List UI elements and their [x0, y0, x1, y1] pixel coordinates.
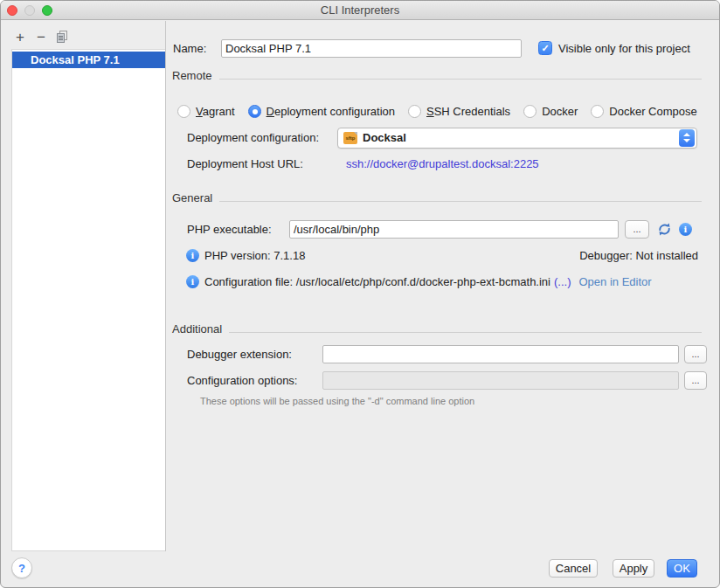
sftp-icon: sftp — [343, 132, 357, 144]
refresh-icon — [657, 222, 672, 237]
debugger-extension-input[interactable] — [322, 345, 679, 363]
sidebar: + − Docksal PHP 7.1 — [1, 21, 165, 587]
additional-section-header: Additional — [172, 322, 222, 336]
config-file-expand-link[interactable]: (...) — [554, 275, 571, 288]
info-icon — [186, 275, 199, 288]
configuration-options-browse-button[interactable]: ... — [684, 371, 707, 390]
footer: ? Cancel Apply OK — [1, 550, 719, 587]
radio-vagrant[interactable]: Vagrant — [177, 105, 235, 118]
name-label: Name: — [173, 42, 221, 55]
debugger-status-text: Debugger: Not installed — [579, 249, 698, 262]
info-icon — [679, 223, 692, 236]
general-section-header: General — [172, 191, 212, 204]
radio-circle — [591, 105, 604, 118]
apply-button[interactable]: Apply — [613, 559, 654, 578]
radio-circle — [408, 105, 421, 118]
radio-deployment-configuration[interactable]: Deployment configuration — [248, 105, 395, 118]
copy-icon — [55, 30, 69, 44]
main-panel: Name: Visible only for this project Remo… — [166, 21, 720, 551]
radio-docker-compose[interactable]: Docker Compose — [591, 105, 696, 118]
section-divider-line — [219, 193, 702, 202]
host-url-value: ssh://docker@drupaltest.docksal:2225 — [346, 157, 539, 170]
help-button[interactable]: ? — [11, 557, 32, 578]
open-in-editor-link[interactable]: Open in Editor — [578, 275, 651, 288]
radio-circle — [523, 105, 537, 118]
chevron-down-icon — [683, 139, 690, 142]
host-url-label: Deployment Host URL: — [187, 157, 346, 170]
radio-docker[interactable]: Docker — [523, 105, 578, 118]
debugger-extension-browse-button[interactable]: ... — [684, 345, 707, 363]
list-item-docksal-php[interactable]: Docksal PHP 7.1 — [12, 52, 165, 68]
copy-button[interactable] — [52, 27, 73, 46]
remove-button[interactable]: − — [31, 27, 52, 46]
info-icon — [186, 249, 199, 262]
php-executable-label: PHP executable: — [187, 223, 289, 236]
name-input[interactable] — [221, 39, 522, 58]
visible-project-label: Visible only for this project — [558, 42, 690, 55]
radio-circle-selected — [248, 105, 261, 118]
php-executable-input[interactable] — [289, 220, 619, 239]
section-divider-line — [219, 71, 702, 80]
radio-ssh-label: SSH Credentials — [426, 105, 510, 118]
debugger-extension-label: Debugger extension: — [187, 348, 322, 361]
deployment-config-select[interactable]: sftp Docksal — [337, 128, 697, 149]
interpreter-list: Docksal PHP 7.1 — [11, 49, 165, 551]
cli-interpreters-dialog: CLI Interpreters + − Docksal PHP 7.1 Nam… — [0, 0, 720, 588]
radio-vagrant-label: Vagrant — [196, 105, 235, 118]
section-divider-line — [229, 324, 702, 333]
deployment-config-label: Deployment configuration: — [187, 131, 337, 144]
radio-docker-compose-label: Docker Compose — [609, 105, 696, 118]
php-version-text: PHP version: 7.1.18 — [204, 249, 305, 262]
radio-circle — [177, 105, 190, 118]
cancel-button[interactable]: Cancel — [549, 559, 598, 578]
radio-deployment-label: Deployment configuration — [267, 105, 395, 118]
visible-project-checkbox[interactable] — [538, 41, 552, 55]
select-stepper[interactable] — [679, 129, 695, 147]
window-title: CLI Interpreters — [1, 3, 719, 17]
options-hint-text: These options will be passed using the "… — [200, 396, 474, 406]
titlebar: CLI Interpreters — [1, 1, 719, 20]
configuration-options-label: Configuration options: — [187, 374, 322, 387]
remote-section-header: Remote — [172, 69, 212, 82]
chevron-up-icon — [683, 133, 690, 136]
config-file-text: Configuration file: /usr/local/etc/php/c… — [204, 275, 550, 288]
radio-docker-label: Docker — [542, 105, 578, 118]
deployment-config-value: Docksal — [363, 131, 406, 144]
configuration-options-input — [322, 371, 679, 390]
php-executable-browse-button[interactable]: ... — [625, 220, 649, 239]
ok-button[interactable]: OK — [667, 559, 697, 578]
sidebar-toolbar: + − — [10, 27, 73, 46]
add-button[interactable]: + — [10, 27, 31, 46]
reload-phpinfo-button[interactable] — [657, 222, 672, 237]
radio-ssh-credentials[interactable]: SSH Credentials — [408, 105, 510, 118]
